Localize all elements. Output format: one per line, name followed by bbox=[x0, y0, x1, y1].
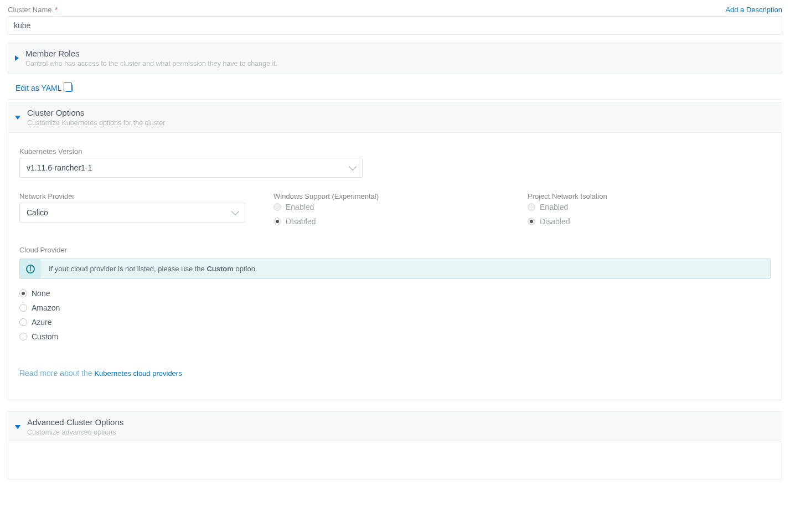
clipboard-icon bbox=[65, 84, 73, 92]
isolation-disabled-radio[interactable]: Disabled bbox=[528, 217, 771, 226]
required-asterisk: * bbox=[55, 6, 58, 14]
chevron-down-icon bbox=[15, 116, 20, 120]
member-roles-section: Member Roles Control who has access to t… bbox=[8, 43, 782, 74]
k8s-version-label: Kubernetes Version bbox=[19, 147, 771, 156]
cluster-name-input[interactable] bbox=[8, 16, 782, 35]
cluster-options-subtitle: Customize Kubernetes options for the clu… bbox=[27, 119, 165, 127]
radio-unchecked-icon bbox=[273, 203, 281, 211]
isolation-enabled-label: Enabled bbox=[540, 203, 568, 211]
cloud-provider-read-more: Read more about the Kubernetes cloud pro… bbox=[19, 369, 771, 378]
cloud-provider-custom-radio[interactable]: Custom bbox=[19, 332, 771, 341]
cp-none-label: None bbox=[32, 289, 50, 298]
isolation-disabled-label: Disabled bbox=[540, 217, 570, 226]
chevron-down-icon bbox=[349, 163, 357, 171]
advanced-options-section: Advanced Cluster Options Customize advan… bbox=[8, 411, 782, 442]
cluster-options-title: Cluster Options bbox=[27, 108, 165, 117]
member-roles-title: Member Roles bbox=[25, 49, 277, 58]
cp-custom-label: Custom bbox=[32, 332, 58, 341]
edit-as-yaml-text: Edit as YAML bbox=[16, 84, 62, 92]
cp-azure-label: Azure bbox=[32, 318, 52, 327]
network-provider-label: Network Provider bbox=[19, 192, 262, 200]
radio-checked-icon bbox=[528, 218, 535, 225]
windows-enabled-radio[interactable]: Enabled bbox=[273, 203, 517, 211]
advanced-options-toggle[interactable]: Advanced Cluster Options Customize advan… bbox=[8, 412, 782, 442]
cluster-name-label: Cluster Name * bbox=[8, 6, 58, 14]
k8s-version-value: v1.11.6-rancher1-1 bbox=[27, 163, 92, 172]
member-roles-toggle[interactable]: Member Roles Control who has access to t… bbox=[8, 43, 782, 73]
advanced-options-subtitle: Customize advanced options bbox=[27, 428, 123, 436]
cluster-options-section: Cluster Options Customize Kubernetes opt… bbox=[8, 102, 782, 133]
add-description-link[interactable]: Add a Description bbox=[725, 6, 782, 14]
chevron-down-icon bbox=[15, 425, 20, 429]
radio-unchecked-icon bbox=[19, 333, 27, 340]
cluster-options-toggle[interactable]: Cluster Options Customize Kubernetes opt… bbox=[8, 102, 782, 132]
isolation-label: Project Network Isolation bbox=[528, 192, 771, 200]
member-roles-subtitle: Control who has access to the cluster an… bbox=[25, 60, 277, 68]
cloud-info-bold: Custom bbox=[206, 265, 233, 273]
radio-unchecked-icon bbox=[19, 318, 27, 326]
cloud-provider-amazon-radio[interactable]: Amazon bbox=[19, 303, 771, 312]
cloud-info-suffix: option. bbox=[234, 265, 257, 273]
edit-as-yaml-link[interactable]: Edit as YAML bbox=[8, 84, 73, 92]
windows-disabled-label: Disabled bbox=[286, 217, 316, 226]
network-provider-value: Calico bbox=[27, 208, 48, 217]
windows-support-label: Windows Support (Experimental) bbox=[273, 192, 517, 200]
cloud-provider-azure-radio[interactable]: Azure bbox=[19, 318, 771, 327]
cloud-provider-none-radio[interactable]: None bbox=[19, 289, 771, 298]
read-more-prefix: Read more about the bbox=[19, 369, 94, 378]
radio-checked-icon bbox=[273, 218, 281, 225]
radio-unchecked-icon bbox=[19, 304, 27, 312]
chevron-down-icon bbox=[231, 208, 239, 215]
k8s-version-select[interactable]: v1.11.6-rancher1-1 bbox=[19, 158, 363, 178]
info-icon: i bbox=[20, 259, 41, 278]
cloud-provider-label: Cloud Provider bbox=[19, 246, 771, 254]
cloud-info-prefix: If your cloud provider is not listed, pl… bbox=[49, 265, 206, 273]
advanced-options-title: Advanced Cluster Options bbox=[27, 417, 123, 427]
cluster-options-panel: Kubernetes Version v1.11.6-rancher1-1 Ne… bbox=[8, 133, 782, 400]
windows-enabled-label: Enabled bbox=[286, 203, 314, 211]
network-provider-select[interactable]: Calico bbox=[19, 203, 245, 223]
chevron-right-icon bbox=[15, 55, 19, 61]
cloud-provider-info-banner: i If your cloud provider is not listed, … bbox=[19, 259, 771, 279]
k8s-cloud-providers-link[interactable]: Kubernetes cloud providers bbox=[94, 369, 182, 378]
cp-amazon-label: Amazon bbox=[32, 303, 60, 312]
windows-disabled-radio[interactable]: Disabled bbox=[273, 217, 517, 226]
advanced-options-panel bbox=[8, 442, 782, 479]
radio-unchecked-icon bbox=[528, 203, 535, 211]
radio-checked-icon bbox=[19, 290, 27, 297]
cluster-name-label-text: Cluster Name bbox=[8, 6, 51, 14]
isolation-enabled-radio[interactable]: Enabled bbox=[528, 203, 771, 211]
